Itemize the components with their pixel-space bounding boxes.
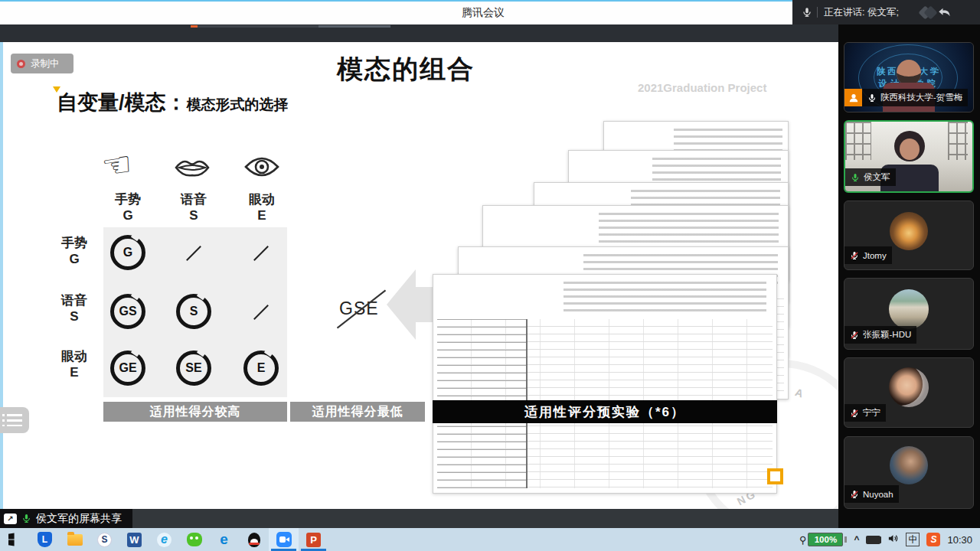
participant-tile[interactable]: 张振颖-HDU [844, 278, 974, 350]
power-plug-icon: ⚲ [799, 534, 807, 546]
ie-icon: e [157, 533, 172, 547]
recording-dot-icon [17, 60, 25, 68]
window-edge [0, 24, 3, 528]
slide-nav-tab[interactable] [0, 407, 29, 433]
matrix-cell-SE: SE [176, 350, 211, 386]
avatar [890, 212, 928, 250]
mic-icon [867, 93, 877, 103]
speaking-indicator-panel: 正在讲话: 侯文军; [792, 0, 980, 24]
taskbar-item-wechat[interactable] [179, 528, 209, 551]
participant-name: 宁宁 [863, 407, 880, 419]
participant-tile[interactable]: Jtomy [844, 201, 974, 270]
slide-title: 模态的组合 [337, 52, 475, 87]
taskbar-item-word[interactable]: W [119, 528, 149, 551]
powerpoint-icon: P [306, 533, 321, 547]
row-header-speech: 语音S [55, 292, 93, 324]
score-bar-low: 适用性得分最低 [290, 402, 425, 422]
participant-name-label: 张振颖-HDU [844, 326, 916, 344]
sogou-ime-icon[interactable]: S [926, 533, 940, 546]
battery-tray-icon[interactable] [866, 536, 880, 544]
shield-icon: L [38, 532, 52, 547]
share-banner-text: 侯文军的屏幕共享 [36, 512, 122, 526]
column-header-speech: 语音S [169, 191, 218, 223]
qq-icon [248, 533, 260, 547]
hidden-icons-chevron[interactable]: ^ [854, 534, 859, 545]
system-tray: ⚲ 100% ^ 中 S 10:30 [799, 528, 980, 551]
avatar [890, 446, 928, 484]
participant-tile-active-speaker[interactable]: 侯文军 [844, 120, 974, 193]
screen-share-icon: ↗ [4, 514, 17, 524]
mic-muted-icon [850, 331, 859, 340]
decor-dash [318, 25, 390, 28]
yellow-square-marker [767, 468, 783, 484]
mic-speaking-icon [851, 173, 860, 182]
decor-dash [191, 25, 198, 28]
speaking-status: 正在讲话: 侯文军; [824, 6, 899, 19]
participant-tile[interactable]: Nuyoah [844, 436, 974, 509]
taskbar-item-sogou-browser[interactable]: S [90, 528, 119, 551]
questionnaire-form [433, 274, 777, 494]
word-icon: W [127, 533, 142, 547]
experiment-banner: 适用性评分预实验（*6） [433, 400, 777, 423]
back-arrow-icon[interactable] [937, 6, 951, 18]
taskbar-item-edge[interactable]: e [209, 528, 239, 551]
share-banner: ↗ 侯文军的屏幕共享 [0, 509, 132, 528]
participant-name: 陕西科技大学-贺雪梅 [880, 92, 962, 103]
battery-indicator[interactable]: ⚲ 100% [799, 533, 848, 546]
title-bar [0, 0, 792, 24]
avatar [889, 289, 929, 329]
mic-icon [802, 7, 812, 18]
taskbar-item-lenovo[interactable]: L [30, 528, 60, 551]
matrix-cell-G: G [110, 235, 145, 270]
participant-tile[interactable]: 陕西科技大学 设计 学院 陕西科技大学-贺雪梅 [844, 42, 974, 112]
matrix-cell-S: S [176, 294, 211, 329]
recording-label: 录制中 [31, 57, 60, 70]
participant-name: 侯文军 [864, 171, 890, 183]
participants-panel: 陕西科技大学 设计 学院 陕西科技大学-贺雪梅 侯文军 [838, 24, 980, 528]
start-button[interactable] [0, 528, 30, 551]
taskbar-item-explorer[interactable] [60, 528, 90, 551]
slide-heading: 自变量/模态： 模态形式的选择 [57, 89, 289, 116]
participant-name-label: Nuyoah [844, 485, 899, 503]
participant-name-label: Jtomy [844, 246, 892, 264]
taskbar-item-qq[interactable] [239, 528, 269, 551]
mic-muted-icon [850, 409, 859, 418]
heading-main: 自变量/模态： [57, 89, 187, 116]
matrix-cell-E: E [243, 350, 279, 386]
meeting-window: 腾讯会议 正在讲话: 侯文军; 录制中 模态的组合 2021Graduation… [0, 0, 980, 551]
column-header-gesture: 手势G [103, 191, 152, 223]
divider [817, 7, 818, 18]
mic-speaking-icon [21, 514, 31, 523]
person-silhouette [897, 60, 921, 86]
lips-icon [173, 155, 211, 181]
person-silhouette [900, 139, 920, 160]
hand-icon: ☜ [100, 144, 135, 187]
taskbar-item-tencent-meeting[interactable] [269, 528, 299, 551]
avatar [889, 367, 929, 407]
participant-name: Nuyoah [863, 490, 893, 499]
window-frame [948, 122, 968, 160]
window-frame [845, 122, 871, 160]
ime-indicator[interactable]: 中 [906, 533, 920, 546]
volume-icon[interactable] [887, 533, 899, 547]
heading-sub: 模态形式的选择 [187, 95, 289, 115]
recording-badge[interactable]: 录制中 [11, 54, 74, 73]
edge-icon: e [217, 533, 231, 547]
list-icon [7, 414, 22, 426]
column-header-eye: 眼动E [237, 191, 286, 223]
participant-name-label: 侯文军 [845, 168, 896, 186]
matrix-cell-GS: GS [110, 294, 145, 329]
left-arrow-icon [387, 269, 416, 340]
clock[interactable]: 10:30 [947, 534, 972, 546]
taskbar-apps: L S W e e P [0, 528, 328, 551]
mic-muted-icon [850, 251, 859, 260]
row-header-eye: 眼动E [55, 348, 93, 380]
taskbar-item-ie[interactable]: e [149, 528, 179, 551]
eye-icon [243, 155, 280, 179]
wechat-icon [187, 533, 202, 546]
taskbar-item-powerpoint[interactable]: P [299, 528, 328, 551]
sogou-browser-icon: S [97, 533, 112, 547]
battery-percent: 100% [808, 533, 843, 546]
participant-tile[interactable]: 宁宁 [844, 357, 974, 428]
score-bar-high: 适用性得分较高 [103, 402, 287, 422]
